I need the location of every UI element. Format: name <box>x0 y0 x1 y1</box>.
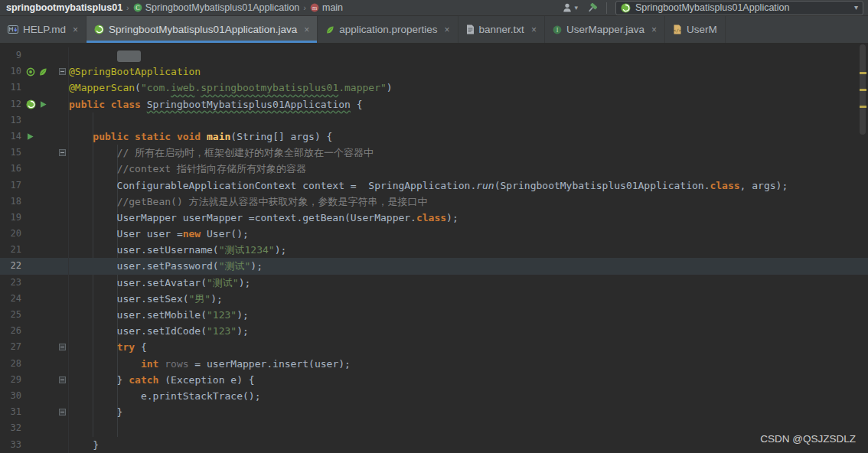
code-text[interactable] <box>69 420 868 436</box>
code-token: { <box>351 99 363 110</box>
run-config-label: SpringbootMybatisplus01Application <box>635 2 790 13</box>
gutter: 11 <box>0 80 69 96</box>
code-token <box>69 163 117 174</box>
code-token: "com. <box>141 82 171 93</box>
code-text[interactable]: User user =new User(); <box>69 226 868 242</box>
code-text[interactable]: @SpringBootApplication <box>69 64 868 80</box>
line-number: 31 <box>0 404 21 420</box>
line-number: 19 <box>0 210 21 226</box>
run-config-select[interactable]: SpringbootMybatisplus01Application ▾ <box>615 1 863 15</box>
code-text[interactable]: // 所有在启动时，框架创建好的对象全部放在一个容器中 <box>69 145 868 161</box>
run-icon[interactable] <box>39 100 47 109</box>
code-line-33: 33 } <box>0 437 868 453</box>
close-icon[interactable]: × <box>73 24 78 35</box>
code-text[interactable]: public static void main(String[] args) { <box>69 129 868 145</box>
code-text[interactable]: ConfigurableApplicationContext context =… <box>69 178 868 194</box>
code-text[interactable]: user.setSex("男"); <box>69 291 868 307</box>
warning-stripe-mark[interactable] <box>860 72 866 74</box>
code-text[interactable]: e.printStackTrace(); <box>69 388 868 404</box>
close-icon[interactable]: × <box>651 24 657 35</box>
toolbar-separator <box>606 2 607 14</box>
code-token: ConfigurableApplicationContext context =… <box>69 180 476 191</box>
gutter: 16 <box>0 161 69 177</box>
gutter: 10 <box>0 64 69 80</box>
code-text[interactable]: } <box>69 437 868 453</box>
code-text[interactable]: } catch (Exception e) { <box>69 372 868 388</box>
breadcrumb-separator: › <box>303 3 306 12</box>
code-text[interactable] <box>69 47 868 64</box>
code-token: "123" <box>207 325 237 337</box>
line-number: 10 <box>0 64 21 80</box>
code-line-27: 27 try { <box>0 339 868 355</box>
tab-application-properties[interactable]: application.properties× <box>318 16 458 43</box>
close-icon[interactable]: × <box>445 24 450 35</box>
run-icon[interactable] <box>26 132 34 141</box>
code-text[interactable]: user.setAvatar("测试"); <box>69 275 868 291</box>
line-number: 28 <box>0 356 21 372</box>
breadcrumb-item[interactable]: springbootmybatisplus01 <box>6 2 122 13</box>
folded-region-box <box>117 51 141 62</box>
code-token <box>69 358 141 370</box>
warning-stripe-mark[interactable] <box>860 106 866 108</box>
close-icon[interactable]: × <box>304 24 309 35</box>
line-number: 20 <box>0 226 21 242</box>
close-icon[interactable]: × <box>531 24 537 35</box>
svg-text:</>: </> <box>674 28 682 33</box>
code-token: main <box>207 131 230 142</box>
code-text[interactable]: } <box>69 404 868 420</box>
code-text[interactable]: public class SpringbootMybatisplus01Appl… <box>69 96 868 112</box>
class-icon: C <box>133 3 142 12</box>
code-token: "123" <box>207 309 237 321</box>
code-token: user.setIdCode( <box>69 325 207 337</box>
code-token: (SpringbootMybatisplus01Application. <box>494 180 710 191</box>
code-token: ); <box>237 325 249 337</box>
user-profile-button[interactable]: ▾ <box>562 2 578 13</box>
code-text[interactable]: user.setUsername("测试1234"); <box>69 242 868 258</box>
code-text[interactable]: user.setMobile("123"); <box>69 307 868 323</box>
code-line-11: 11@MapperScan("com.iweb.springbootmybati… <box>0 80 868 96</box>
code-text[interactable]: //context 指针指向存储所有对象的容器 <box>69 161 868 177</box>
code-text[interactable]: user.setPassword("测试"); <box>69 258 868 274</box>
code-line-22: 22 user.setPassword("测试"); <box>0 258 868 274</box>
code-lines: 9 10@SpringBootApplication11@MapperScan(… <box>0 43 868 453</box>
user-icon <box>562 2 573 13</box>
spring-boot-icon[interactable] <box>26 99 36 109</box>
fold-marker[interactable] <box>59 344 66 350</box>
code-text[interactable]: int rows = userMapper.insert(user); <box>69 356 868 372</box>
fold-marker[interactable] <box>59 376 66 383</box>
tab-help-md[interactable]: HELP.md× <box>0 16 86 43</box>
gutter: 32 <box>0 420 69 436</box>
code-text[interactable]: @MapperScan("com.iweb.springbootmybatisp… <box>69 80 868 96</box>
fold-marker[interactable] <box>59 68 66 75</box>
code-text[interactable] <box>69 112 868 129</box>
spring-bean-icon[interactable] <box>26 67 35 77</box>
fold-marker[interactable] <box>59 409 66 416</box>
spring-leaf-icon[interactable] <box>38 67 47 77</box>
code-text[interactable]: try { <box>69 339 868 355</box>
tab-userm[interactable]: </>UserM <box>665 16 726 43</box>
fold-marker[interactable] <box>59 149 66 156</box>
code-token: ); <box>250 260 263 272</box>
code-line-14: 14 public static void main(String[] args… <box>0 129 868 145</box>
breadcrumb-item[interactable]: mmain <box>310 2 343 13</box>
breadcrumb-item[interactable]: CSpringbootMybatisplus01Application <box>133 2 300 13</box>
code-text[interactable]: UserMapper userMapper =context.getBean(U… <box>69 210 868 226</box>
code-text[interactable]: user.setIdCode("123"); <box>69 323 868 339</box>
code-text[interactable]: //getBean() 方法就是从容器中获取对象，参数是字符串，是接口中 <box>69 194 868 210</box>
gutter: 29 <box>0 372 69 388</box>
tab-springbootmybatisplus01application-java[interactable]: SpringbootMybatisplus01Application.java× <box>86 16 318 43</box>
tab-usermapper-java[interactable]: IUserMapper.java× <box>545 16 665 43</box>
gutter: 22 <box>0 258 69 274</box>
tab-banner-txt[interactable]: banner.txt× <box>458 16 545 43</box>
code-line-17: 17 ConfigurableApplicationContext contex… <box>0 178 868 194</box>
svg-text:m: m <box>312 5 318 11</box>
build-project-button[interactable] <box>586 2 598 14</box>
code-line-9: 9 <box>0 47 868 64</box>
fold-slot <box>56 68 68 75</box>
code-token <box>69 341 117 353</box>
spring-boot-icon <box>94 24 104 34</box>
line-number: 24 <box>0 291 21 307</box>
warning-stripe-mark[interactable] <box>860 89 866 91</box>
code-token: //context 指针指向存储所有对象的容器 <box>117 163 306 174</box>
scrollbar[interactable] <box>857 43 868 453</box>
